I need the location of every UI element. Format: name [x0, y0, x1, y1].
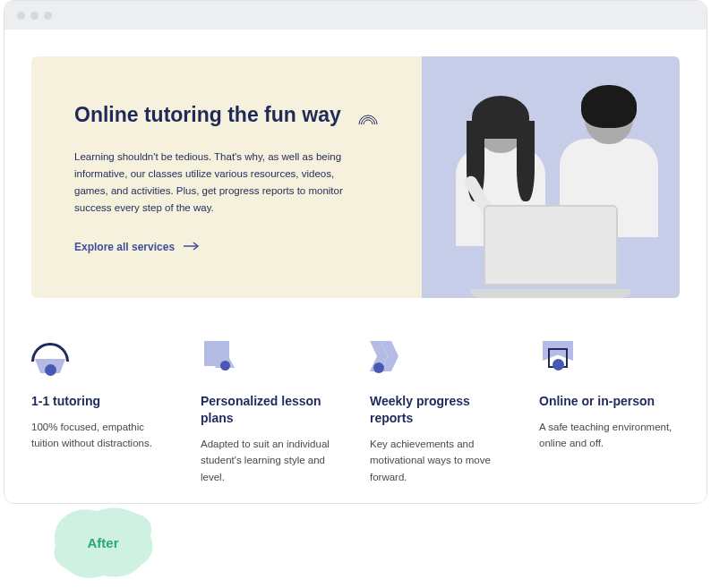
feature-description: 100% focused, empathic tuition without d…: [31, 419, 172, 452]
rainbow-icon: [357, 112, 379, 123]
feature-card: Personalized lesson plans Adapted to sui…: [201, 337, 341, 485]
chevron-icon: [370, 337, 510, 380]
window-dot-icon: [17, 12, 25, 20]
hero-description: Learning shouldn't be tedious. That's wh…: [74, 149, 361, 217]
envelope-icon: [539, 337, 680, 380]
square-triangle-icon: [201, 337, 341, 380]
after-label: After: [87, 535, 118, 550]
feature-title: 1-1 tutoring: [31, 393, 172, 410]
feature-title: Personalized lesson plans: [201, 393, 341, 427]
cta-label: Explore all services: [74, 241, 175, 253]
feature-description: A safe teaching environment, online and …: [539, 419, 680, 452]
arc-shape-icon: [31, 337, 172, 380]
window-dot-icon: [30, 12, 39, 20]
browser-window: Online tutoring the fun way Learning sho…: [4, 0, 707, 504]
feature-description: Adapted to suit an individual student's …: [201, 436, 341, 485]
hero-text-panel: Online tutoring the fun way Learning sho…: [31, 56, 422, 298]
feature-title: Weekly progress reports: [370, 393, 510, 427]
feature-description: Key achievements and motivational ways t…: [370, 436, 510, 485]
feature-card: 1-1 tutoring 100% focused, empathic tuit…: [31, 337, 172, 485]
laptop-icon: [470, 209, 631, 298]
hero-title: Online tutoring the fun way: [74, 103, 386, 127]
photo-illustration: [422, 56, 680, 298]
feature-title: Online or in-person: [539, 393, 680, 410]
window-dot-icon: [44, 12, 52, 20]
page-content: Online tutoring the fun way Learning sho…: [4, 30, 707, 503]
hero-section: Online tutoring the fun way Learning sho…: [31, 56, 680, 298]
browser-titlebar: [4, 1, 707, 30]
feature-card: Online or in-person A safe teaching envi…: [539, 337, 680, 485]
features-row: 1-1 tutoring 100% focused, empathic tuit…: [31, 337, 680, 485]
explore-services-link[interactable]: Explore all services: [74, 241, 200, 253]
after-badge: After: [45, 502, 161, 583]
feature-card: Weekly progress reports Key achievements…: [370, 337, 510, 485]
hero-image: [422, 56, 680, 298]
arrow-right-icon: [184, 241, 200, 253]
